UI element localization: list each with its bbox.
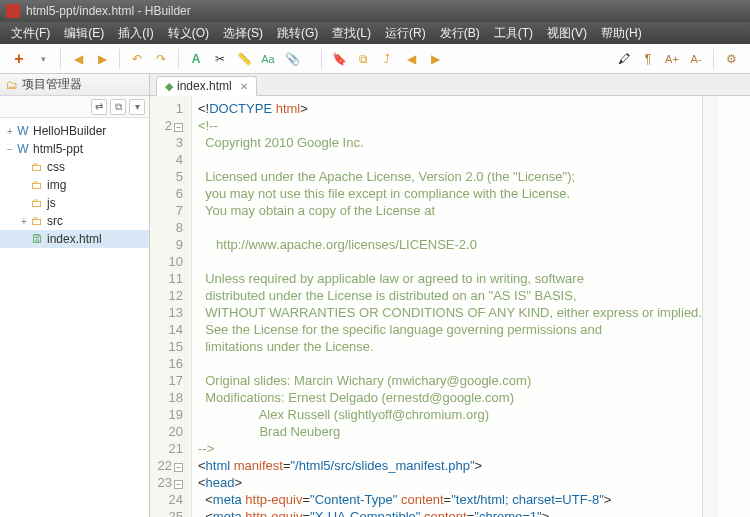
tree-item-html5-ppt[interactable]: −Whtml5-ppt bbox=[0, 140, 149, 158]
code-line[interactable]: Licensed under the Apache License, Versi… bbox=[198, 168, 702, 185]
font-decrease-button[interactable]: A- bbox=[685, 48, 707, 70]
tree-item-HelloHBuilder[interactable]: +WHelloHBuilder bbox=[0, 122, 149, 140]
code-line[interactable] bbox=[198, 253, 702, 270]
code-line[interactable]: --> bbox=[198, 440, 702, 457]
bookmark2-button[interactable]: ⧉ bbox=[352, 48, 374, 70]
code-line[interactable]: Brad Neuberg bbox=[198, 423, 702, 440]
token-punc: > bbox=[475, 458, 483, 473]
case-button[interactable]: Aa bbox=[257, 48, 279, 70]
new-button[interactable]: + bbox=[8, 48, 30, 70]
code-line[interactable] bbox=[198, 151, 702, 168]
divider-icon bbox=[60, 49, 61, 69]
token-attr: http-equiv bbox=[245, 509, 302, 517]
code-line[interactable]: limitations under the License. bbox=[198, 338, 702, 355]
bm-next-button[interactable]: ▶ bbox=[424, 48, 446, 70]
tab-index-html[interactable]: ◆ index.html ✕ bbox=[156, 76, 257, 96]
menu-select[interactable]: 选择(S) bbox=[216, 25, 270, 42]
style-button[interactable]: A bbox=[185, 48, 207, 70]
fold-icon[interactable]: − bbox=[174, 463, 183, 472]
code-line[interactable]: <head> bbox=[198, 474, 702, 491]
code-line[interactable]: <meta http-equiv="Content-Type" content=… bbox=[198, 491, 702, 508]
code-editor[interactable]: 12−345678910111213141516171819202122−23−… bbox=[150, 96, 750, 517]
code-line[interactable]: Modifications: Ernest Delgado (ernestd@g… bbox=[198, 389, 702, 406]
code-line[interactable]: You may obtain a copy of the License at bbox=[198, 202, 702, 219]
token-str: "text/html; charset=UTF-8" bbox=[451, 492, 604, 507]
line-number: 20 bbox=[150, 423, 183, 440]
token-comment: See the License for the specific languag… bbox=[198, 322, 602, 337]
code-line[interactable]: Alex Russell (slightlyoff@chromium.org) bbox=[198, 406, 702, 423]
menu-view[interactable]: 视图(V) bbox=[540, 25, 594, 42]
token-attr: content bbox=[424, 509, 467, 517]
bookmark-button[interactable]: 🔖 bbox=[328, 48, 350, 70]
link-editor-icon[interactable]: ⇄ bbox=[91, 99, 107, 115]
code-line[interactable]: Unless required by applicable law or agr… bbox=[198, 270, 702, 287]
menu-insert[interactable]: 插入(I) bbox=[111, 25, 160, 42]
bookmark3-button[interactable]: ⤴ bbox=[376, 48, 398, 70]
new-dropdown[interactable]: ▾ bbox=[32, 48, 54, 70]
tree-item-src[interactable]: +🗀src bbox=[0, 212, 149, 230]
twist-icon[interactable]: + bbox=[18, 216, 30, 227]
view-menu-icon[interactable]: ▾ bbox=[129, 99, 145, 115]
folder-icon: 🗀 bbox=[30, 214, 44, 228]
close-icon[interactable]: ✕ bbox=[240, 81, 248, 92]
divider-icon bbox=[713, 49, 714, 69]
menu-find[interactable]: 查找(L) bbox=[325, 25, 378, 42]
line-number: 9 bbox=[150, 236, 183, 253]
code-line[interactable]: <meta http-equiv="X-UA-Compatible" conte… bbox=[198, 508, 702, 517]
line-number: 6 bbox=[150, 185, 183, 202]
code-line[interactable]: <!-- bbox=[198, 117, 702, 134]
line-number: 13 bbox=[150, 304, 183, 321]
fold-icon[interactable]: − bbox=[174, 480, 183, 489]
ruler-button[interactable]: 📏 bbox=[233, 48, 255, 70]
tree-item-index-html[interactable]: 🖺index.html bbox=[0, 230, 149, 248]
code-line[interactable]: http://www.apache.org/licenses/LICENSE-2… bbox=[198, 236, 702, 253]
project-icon: W bbox=[16, 142, 30, 156]
bm-prev-button[interactable]: ◀ bbox=[400, 48, 422, 70]
code-line[interactable]: Copyright 2010 Google Inc. bbox=[198, 134, 702, 151]
forward-button[interactable]: ▶ bbox=[91, 48, 113, 70]
code-line[interactable]: you may not use this file except in comp… bbox=[198, 185, 702, 202]
divider-icon bbox=[321, 49, 322, 69]
menu-tools[interactable]: 工具(T) bbox=[487, 25, 540, 42]
tree-item-js[interactable]: 🗀js bbox=[0, 194, 149, 212]
paragraph-button[interactable]: ¶ bbox=[637, 48, 659, 70]
menu-jump[interactable]: 跳转(G) bbox=[270, 25, 325, 42]
tree-item-css[interactable]: 🗀css bbox=[0, 158, 149, 176]
clip-button[interactable]: 📎 bbox=[281, 48, 303, 70]
token-punc: < bbox=[198, 509, 213, 517]
menu-run[interactable]: 运行(R) bbox=[378, 25, 433, 42]
line-number: 1 bbox=[150, 100, 183, 117]
code-line[interactable]: <!DOCTYPE html> bbox=[198, 100, 702, 117]
code-line[interactable] bbox=[198, 355, 702, 372]
back-button[interactable]: ◀ bbox=[67, 48, 89, 70]
tree-label: js bbox=[47, 196, 56, 210]
highlighter-button[interactable]: 🖍 bbox=[613, 48, 635, 70]
twist-icon[interactable]: + bbox=[4, 126, 16, 137]
code-line[interactable]: <html manifest="/html5/src/slides_manife… bbox=[198, 457, 702, 474]
menu-help[interactable]: 帮助(H) bbox=[594, 25, 649, 42]
code-line[interactable]: See the License for the specific languag… bbox=[198, 321, 702, 338]
token-punc: < bbox=[198, 492, 213, 507]
code-line[interactable]: WITHOUT WARRANTIES OR CONDITIONS OF ANY … bbox=[198, 304, 702, 321]
menu-edit[interactable]: 编辑(E) bbox=[57, 25, 111, 42]
fold-icon[interactable]: − bbox=[174, 123, 183, 132]
token-punc: < bbox=[198, 458, 206, 473]
font-increase-button[interactable]: A+ bbox=[661, 48, 683, 70]
code-line[interactable]: distributed under the License is distrib… bbox=[198, 287, 702, 304]
line-number: 19 bbox=[150, 406, 183, 423]
code-line[interactable] bbox=[198, 219, 702, 236]
menu-goto[interactable]: 转义(O) bbox=[161, 25, 216, 42]
undo-button[interactable]: ↶ bbox=[126, 48, 148, 70]
twist-icon[interactable]: − bbox=[4, 144, 16, 155]
settings-button[interactable]: ⚙ bbox=[720, 48, 742, 70]
redo-button[interactable]: ↷ bbox=[150, 48, 172, 70]
menu-publish[interactable]: 发行(B) bbox=[433, 25, 487, 42]
cut-button[interactable]: ✂ bbox=[209, 48, 231, 70]
tree-item-img[interactable]: 🗀img bbox=[0, 176, 149, 194]
code-line[interactable]: Original slides: Marcin Wichary (mwichar… bbox=[198, 372, 702, 389]
line-number: 14 bbox=[150, 321, 183, 338]
collapse-icon[interactable]: ⧉ bbox=[110, 99, 126, 115]
token-punc: > bbox=[604, 492, 612, 507]
code-lines[interactable]: <!DOCTYPE html><!-- Copyright 2010 Googl… bbox=[192, 96, 702, 517]
menu-file[interactable]: 文件(F) bbox=[4, 25, 57, 42]
